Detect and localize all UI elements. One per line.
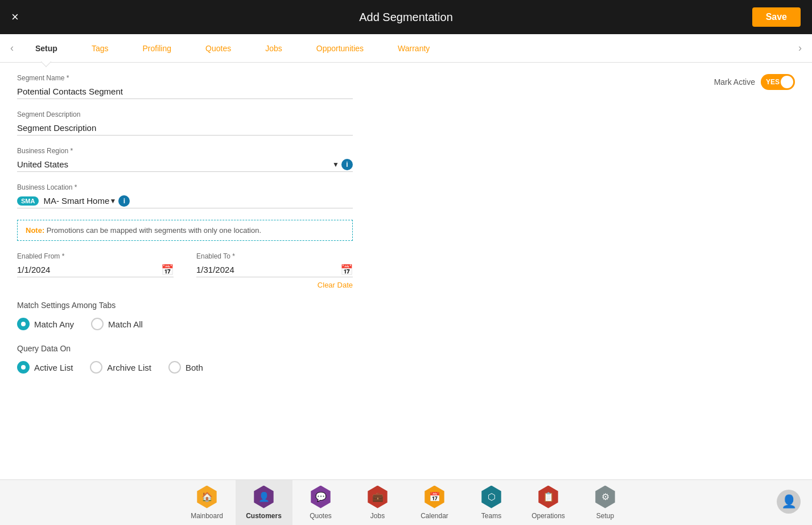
match-radio-group: Match Any Match All xyxy=(17,318,795,330)
customers-icon: 👤 xyxy=(253,486,275,508)
teams-icon: ⬡ xyxy=(480,486,503,508)
archive-list-option[interactable]: Archive List xyxy=(90,361,151,374)
enabled-from-calendar-icon[interactable]: 📅 xyxy=(161,264,174,276)
operations-icon: 📋 xyxy=(537,486,560,508)
active-list-radio[interactable] xyxy=(17,361,30,374)
segment-name-input[interactable] xyxy=(17,84,353,99)
enabled-to-input[interactable] xyxy=(196,262,336,277)
active-list-label: Active List xyxy=(34,363,73,372)
note-text: Promotions can be mapped with segments w… xyxy=(47,226,261,235)
archive-list-label: Archive List xyxy=(107,363,151,372)
jobs-label: Jobs xyxy=(370,512,385,520)
enabled-to-group: Enabled To * 📅 xyxy=(196,252,353,277)
business-region-select-wrapper: United States ▼ i xyxy=(17,157,353,172)
both-label: Both xyxy=(186,363,203,372)
business-region-select[interactable]: United States xyxy=(17,157,332,171)
business-location-label: Business Location * xyxy=(17,183,353,191)
enabled-from-label: Enabled From * xyxy=(17,252,174,260)
sma-badge: SMA xyxy=(17,196,39,206)
quotes-icon: 💬 xyxy=(310,486,332,508)
mark-active-label: Mark Active xyxy=(714,77,755,87)
match-settings-title: Match Settings Among Tabs xyxy=(17,301,795,310)
tab-profiling[interactable]: Profiling xyxy=(125,34,188,62)
mark-active-row: Mark Active YES xyxy=(714,74,795,90)
header: × Add Segmentation Save xyxy=(0,0,812,34)
customers-label: Customers xyxy=(246,512,282,520)
tabs-next-arrow[interactable]: › xyxy=(794,42,806,54)
both-radio[interactable] xyxy=(168,361,181,374)
match-any-label: Match Any xyxy=(34,319,74,329)
calendar-label: Calendar xyxy=(421,512,448,520)
tab-setup[interactable]: Setup xyxy=(18,34,75,62)
archive-list-radio[interactable] xyxy=(90,361,102,374)
business-region-group: Business Region * United States ▼ i xyxy=(17,147,353,172)
segment-description-group: Segment Description xyxy=(17,110,353,136)
nav-quotes[interactable]: 💬 Quotes xyxy=(292,480,349,526)
business-location-select[interactable]: MA- Smart Home xyxy=(43,194,109,208)
tab-jobs[interactable]: Jobs xyxy=(248,34,299,62)
teams-label: Teams xyxy=(481,512,501,520)
tab-tags[interactable]: Tags xyxy=(75,34,126,62)
query-radio-group: Active List Archive List Both xyxy=(17,361,795,374)
bottom-nav: 🏠 Mainboard 👤 Customers 💬 Quotes 💼 Jobs … xyxy=(0,479,812,525)
query-data-section: Query Data On Active List Archive List B… xyxy=(17,344,795,374)
enabled-to-calendar-icon[interactable]: 📅 xyxy=(340,264,353,276)
calendar-icon: 📅 xyxy=(423,486,446,508)
tab-quotes[interactable]: Quotes xyxy=(188,34,248,62)
business-region-label: Business Region * xyxy=(17,147,353,155)
segment-description-input[interactable] xyxy=(17,121,353,136)
active-list-option[interactable]: Active List xyxy=(17,361,73,374)
close-button[interactable]: × xyxy=(11,11,19,23)
tabs-prev-arrow[interactable]: ‹ xyxy=(6,42,18,54)
clear-date[interactable]: Clear Date xyxy=(17,281,353,289)
setup-label: Setup xyxy=(596,512,614,520)
match-all-radio[interactable] xyxy=(91,318,104,330)
toggle-yes-label: YES xyxy=(766,78,780,86)
nav-calendar[interactable]: 📅 Calendar xyxy=(406,480,463,526)
nav-jobs[interactable]: 💼 Jobs xyxy=(349,480,406,526)
business-location-select-wrapper: SMA MA- Smart Home ▼ i xyxy=(17,194,353,208)
tab-warranty[interactable]: Warranty xyxy=(381,34,447,62)
main-content: Mark Active YES Segment Name * Segment D… xyxy=(0,63,812,479)
jobs-icon: 💼 xyxy=(366,486,389,508)
save-button[interactable]: Save xyxy=(752,7,801,27)
date-row: Enabled From * 📅 Enabled To * 📅 xyxy=(17,252,353,277)
enabled-from-input-row: 📅 xyxy=(17,262,174,277)
quotes-label: Quotes xyxy=(310,512,332,520)
nav-customers[interactable]: 👤 Customers xyxy=(236,480,292,526)
segment-description-label: Segment Description xyxy=(17,110,353,118)
match-any-option[interactable]: Match Any xyxy=(17,318,74,330)
match-all-label: Match All xyxy=(108,319,143,329)
match-all-option[interactable]: Match All xyxy=(91,318,143,330)
mark-active-toggle[interactable]: YES xyxy=(761,74,795,90)
avatar[interactable]: 👤 xyxy=(777,490,801,514)
setup-icon: ⚙ xyxy=(594,486,617,508)
both-option[interactable]: Both xyxy=(168,361,203,374)
nav-setup[interactable]: ⚙ Setup xyxy=(577,480,634,526)
enabled-to-input-row: 📅 xyxy=(196,262,353,277)
location-row: SMA MA- Smart Home xyxy=(17,194,109,208)
enabled-to-label: Enabled To * xyxy=(196,252,353,260)
location-dropdown-arrow: ▼ xyxy=(109,197,116,205)
enabled-from-input[interactable] xyxy=(17,262,156,277)
location-info-icon[interactable]: i xyxy=(118,195,130,207)
region-info-icon[interactable]: i xyxy=(341,159,353,170)
business-location-group: Business Location * SMA MA- Smart Home ▼… xyxy=(17,183,353,208)
segment-name-label: Segment Name * xyxy=(17,74,353,82)
toggle-knob xyxy=(781,76,793,88)
nav-mainboard[interactable]: 🏠 Mainboard xyxy=(179,480,236,526)
mainboard-icon: 🏠 xyxy=(196,486,219,508)
match-any-radio[interactable] xyxy=(17,318,30,330)
note-label: Note: xyxy=(26,226,44,235)
tabs-nav: ‹ Setup Tags Profiling Quotes Jobs Oppor… xyxy=(0,34,812,63)
header-title: Add Segmentation xyxy=(359,11,453,24)
note-box: Note: Promotions can be mapped with segm… xyxy=(17,220,353,241)
operations-label: Operations xyxy=(531,512,565,520)
mainboard-label: Mainboard xyxy=(191,512,223,520)
tab-opportunities[interactable]: Opportunities xyxy=(299,34,381,62)
nav-operations[interactable]: 📋 Operations xyxy=(520,480,577,526)
match-settings-section: Match Settings Among Tabs Match Any Matc… xyxy=(17,301,795,330)
region-dropdown-arrow: ▼ xyxy=(332,161,339,169)
segment-name-group: Segment Name * xyxy=(17,74,353,99)
nav-teams[interactable]: ⬡ Teams xyxy=(463,480,520,526)
